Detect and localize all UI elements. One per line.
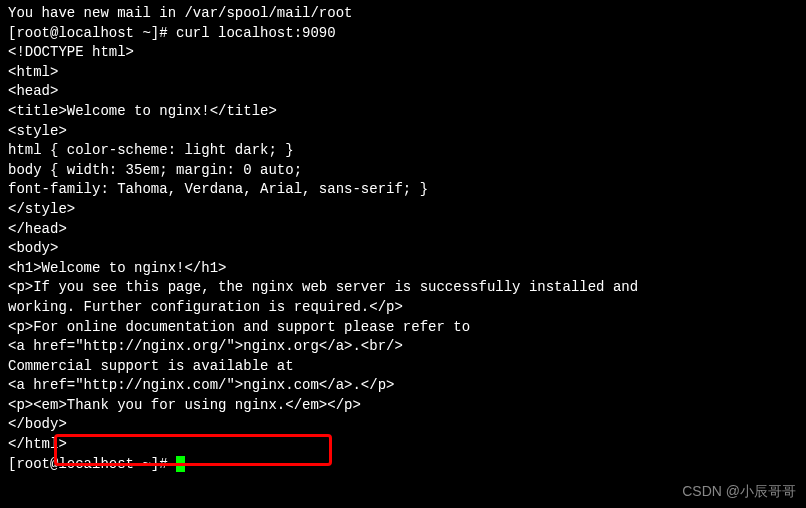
terminal-line: font-family: Tahoma, Verdana, Arial, san…	[8, 180, 798, 200]
terminal-line: body { width: 35em; margin: 0 auto;	[8, 161, 798, 181]
terminal-line: <html>	[8, 63, 798, 83]
watermark-text: CSDN @小辰哥哥	[682, 482, 796, 502]
terminal-line: You have new mail in /var/spool/mail/roo…	[8, 4, 798, 24]
terminal-output[interactable]: You have new mail in /var/spool/mail/roo…	[8, 4, 798, 474]
terminal-line: <p>If you see this page, the nginx web s…	[8, 278, 798, 298]
terminal-line: [root@localhost ~]#	[8, 455, 798, 475]
cursor	[176, 456, 185, 472]
terminal-line: <a href="http://nginx.org/">nginx.org</a…	[8, 337, 798, 357]
terminal-line: </body>	[8, 415, 798, 435]
terminal-line: <body>	[8, 239, 798, 259]
terminal-line: <head>	[8, 82, 798, 102]
terminal-line: <style>	[8, 122, 798, 142]
terminal-line: <title>Welcome to nginx!</title>	[8, 102, 798, 122]
terminal-line: <!DOCTYPE html>	[8, 43, 798, 63]
terminal-line: </style>	[8, 200, 798, 220]
terminal-line: [root@localhost ~]# curl localhost:9090	[8, 24, 798, 44]
terminal-line: <a href="http://nginx.com/">nginx.com</a…	[8, 376, 798, 396]
terminal-line: html { color-scheme: light dark; }	[8, 141, 798, 161]
terminal-line: working. Further configuration is requir…	[8, 298, 798, 318]
terminal-line: <h1>Welcome to nginx!</h1>	[8, 259, 798, 279]
terminal-line: <p>For online documentation and support …	[8, 318, 798, 338]
terminal-line: </html>	[8, 435, 798, 455]
terminal-line: </head>	[8, 220, 798, 240]
terminal-line: <p><em>Thank you for using nginx.</em></…	[8, 396, 798, 416]
terminal-line: Commercial support is available at	[8, 357, 798, 377]
